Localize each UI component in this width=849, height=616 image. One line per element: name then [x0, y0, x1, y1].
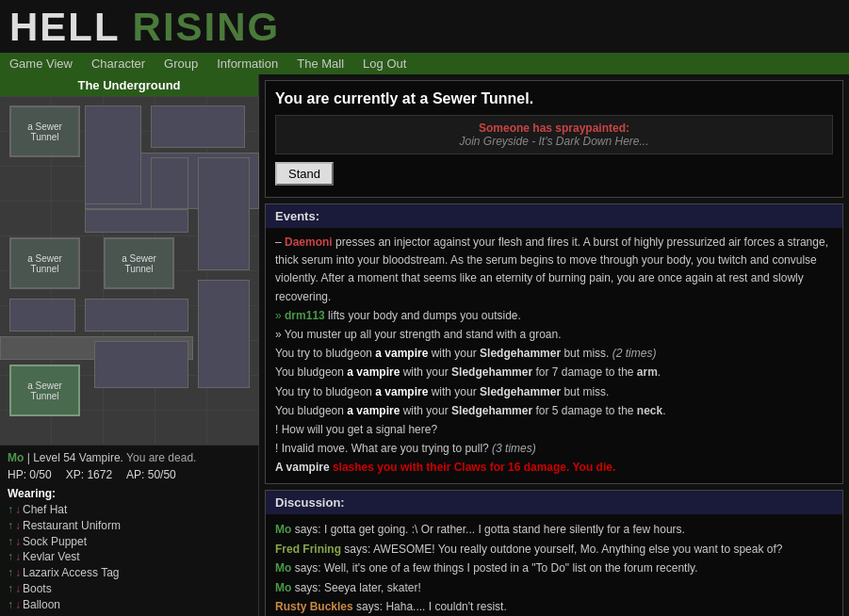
- status-area: Mo | Level 54 Vampire. You are dead. HP:…: [0, 445, 258, 616]
- event-player-1: drm113: [285, 309, 325, 322]
- wearing-title: Wearing:: [8, 487, 251, 500]
- nav-log-out[interactable]: Log Out: [363, 57, 406, 71]
- wearing-item-1: ↑↓ Restaurant Uniform: [8, 518, 251, 534]
- left-panel: The Underground a SewerTunnel a SewerTun…: [0, 74, 259, 616]
- map-cell-sewer-3[interactable]: a SewerTunnel: [104, 237, 174, 289]
- event-line-5: You try to bludgeon a vampire with your …: [275, 383, 833, 401]
- nav-bar: Game View Character Group Information Th…: [0, 53, 849, 74]
- spraypaint-label: Someone has spraypainted:: [286, 122, 823, 135]
- character-name: Mo: [8, 451, 24, 464]
- xp-stat: XP: 1672: [66, 468, 112, 481]
- spraypaint-box: Someone has spraypainted: Join Greyside …: [275, 115, 833, 154]
- wearing-item-6: ↑↓ Balloon: [8, 597, 251, 613]
- wearing-item-7: ↑↓ Toe Tag: [8, 613, 251, 616]
- event-line-0: – Daemoni presses an injector against yo…: [275, 234, 833, 306]
- event-player-0: Daemoni: [285, 235, 333, 249]
- event-line-6: You bludgeon a vampire with your Sledgeh…: [275, 402, 833, 420]
- ap-stat: AP: 50/50: [126, 468, 176, 481]
- main-layout: The Underground a SewerTunnel a SewerTun…: [0, 74, 849, 616]
- disc-line-2: Mo says: Well, it's one of a few things …: [275, 559, 833, 577]
- logo-hell: HELL: [9, 5, 120, 49]
- nav-game-view[interactable]: Game View: [9, 57, 73, 71]
- event-line-1: » drm113 lifts your body and dumps you o…: [275, 307, 833, 325]
- disc-line-1: Fred Frining says: AWESOME! You really o…: [275, 540, 833, 559]
- event-line-8: ! Invalid move. What are you trying to p…: [275, 440, 833, 458]
- event-line-4: You bludgeon a vampire with your Sledgeh…: [275, 364, 833, 381]
- disc-line-3: Mo says: Seeya later, skater!: [275, 578, 833, 597]
- wearing-item-4: ↑↓ Lazarix Access Tag: [8, 565, 251, 581]
- map-area: a SewerTunnel a SewerTunnel a SewerTunne…: [0, 96, 259, 445]
- nav-group[interactable]: Group: [164, 57, 198, 71]
- character-level: | Level 54 Vampire.: [27, 451, 126, 464]
- wearing-section: Wearing: ↑↓ Chef Hat ↑↓ Restaurant Unifo…: [8, 487, 251, 616]
- wearing-item-0: ↑↓ Chef Hat: [8, 502, 251, 518]
- spraypaint-text: Join Greyside - It's Dark Down Here...: [286, 135, 823, 148]
- nav-character[interactable]: Character: [91, 57, 145, 71]
- logo-rising: RISING: [120, 5, 280, 49]
- map-title: The Underground: [0, 74, 258, 96]
- location-title: You are currently at a Sewer Tunnel.: [266, 81, 842, 111]
- discussion-box: Discussion: Mo says: I gotta get going. …: [265, 490, 843, 616]
- stand-button[interactable]: Stand: [275, 162, 334, 186]
- events-header: Events:: [266, 204, 842, 228]
- status-line: Mo | Level 54 Vampire. You are dead.: [8, 451, 251, 464]
- event-line-3: You try to bludgeon a vampire with your …: [275, 345, 833, 363]
- map-cell-sewer-4[interactable]: a SewerTunnel: [9, 365, 80, 416]
- logo: HELL RISING: [9, 8, 280, 47]
- header: HELL RISING: [0, 0, 849, 53]
- discussion-content: Mo says: I gotta get going. :\ Or rather…: [266, 514, 842, 616]
- events-box: Events: – Daemoni presses an injector ag…: [265, 203, 843, 484]
- nav-the-mall[interactable]: The Mall: [297, 57, 344, 71]
- events-content: – Daemoni presses an injector against yo…: [266, 228, 842, 483]
- nav-information[interactable]: Information: [217, 57, 278, 71]
- wearing-item-5: ↑↓ Boots: [8, 581, 251, 597]
- location-section: You are currently at a Sewer Tunnel. Som…: [265, 80, 843, 198]
- event-line-2: » You muster up all your strength and st…: [275, 326, 833, 344]
- discussion-header: Discussion:: [266, 491, 842, 514]
- event-line-7: ! How will you get a signal here?: [275, 421, 833, 439]
- map-cell-sewer-2[interactable]: a SewerTunnel: [9, 237, 80, 289]
- character-dead: You are dead.: [126, 451, 196, 464]
- right-panel: You are currently at a Sewer Tunnel. Som…: [259, 74, 849, 616]
- hp-stat: HP: 0/50: [8, 468, 52, 481]
- map-cell-sewer-1[interactable]: a SewerTunnel: [9, 105, 80, 157]
- event-line-die: A vampire slashes you with their Claws f…: [275, 459, 833, 477]
- wearing-item-3: ↑↓ Kevlar Vest: [8, 549, 251, 565]
- disc-line-4: Rusty Buckles says: Haha.... I couldn't …: [275, 597, 833, 616]
- stats-row: HP: 0/50 XP: 1672 AP: 50/50: [8, 468, 251, 481]
- wearing-item-2: ↑↓ Sock Puppet: [8, 534, 251, 550]
- disc-line-0: Mo says: I gotta get going. :\ Or rather…: [275, 520, 833, 539]
